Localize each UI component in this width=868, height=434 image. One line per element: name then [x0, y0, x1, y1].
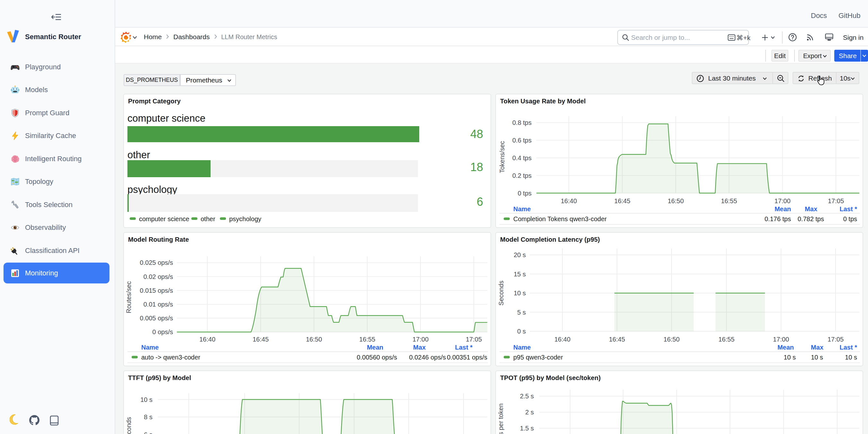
svg-text:0.6 tps: 0.6 tps	[512, 137, 532, 144]
svg-text:16:55: 16:55	[718, 336, 735, 343]
svg-text:17:05: 17:05	[828, 336, 844, 343]
svg-text:16:55: 16:55	[359, 336, 375, 343]
svg-text:Seconds: Seconds	[498, 281, 505, 306]
svg-text:2 s: 2 s	[525, 409, 534, 416]
svg-text:0.025 ops/s: 0.025 ops/s	[140, 259, 173, 266]
svg-text:Max: Max	[413, 344, 426, 351]
svg-text:0.0246 ops/s: 0.0246 ops/s	[409, 354, 446, 361]
svg-text:0.176 tps: 0.176 tps	[765, 215, 791, 222]
svg-text:Last *: Last *	[840, 344, 858, 351]
svg-text:16:40: 16:40	[554, 336, 570, 343]
svg-text:16:50: 16:50	[668, 197, 684, 205]
svg-text:16:45: 16:45	[253, 336, 269, 343]
svg-text:5 s: 5 s	[517, 309, 526, 316]
svg-text:0 s: 0 s	[517, 328, 526, 335]
svg-text:16:40: 16:40	[561, 197, 577, 205]
svg-text:Mean: Mean	[775, 206, 791, 213]
svg-text:0.005 ops/s: 0.005 ops/s	[140, 315, 173, 322]
svg-text:auto -> qwen3-coder: auto -> qwen3-coder	[141, 354, 200, 361]
svg-text:0.8 tps: 0.8 tps	[512, 119, 532, 126]
svg-text:p95 qwen3-coder: p95 qwen3-coder	[513, 354, 563, 361]
svg-text:Last *: Last *	[455, 344, 473, 351]
svg-text:Mean: Mean	[367, 344, 383, 351]
svg-text:0.782 tps: 0.782 tps	[798, 215, 824, 222]
svg-text:Name: Name	[513, 344, 531, 351]
svg-text:10 s: 10 s	[514, 289, 526, 297]
svg-text:16:50: 16:50	[306, 336, 322, 343]
svg-text:10 s: 10 s	[811, 354, 823, 361]
svg-text:16:50: 16:50	[663, 336, 680, 343]
svg-text:2.5 s: 2.5 s	[520, 393, 534, 400]
svg-text:0.01 ops/s: 0.01 ops/s	[144, 301, 173, 308]
svg-text:Max: Max	[805, 206, 817, 213]
svg-text:10 s: 10 s	[845, 354, 857, 361]
svg-text:0.00351 ops/s: 0.00351 ops/s	[447, 354, 487, 361]
svg-text:0.00560 ops/s: 0.00560 ops/s	[356, 354, 397, 361]
svg-text:16:45: 16:45	[614, 197, 630, 205]
svg-text:0.02 ops/s: 0.02 ops/s	[144, 273, 173, 280]
svg-text:Name: Name	[513, 206, 531, 213]
svg-text:17:05: 17:05	[466, 336, 482, 343]
svg-text:Tokens/sec: Tokens/sec	[498, 141, 505, 173]
svg-text:20 s: 20 s	[514, 251, 526, 258]
svg-text:16:40: 16:40	[199, 336, 215, 343]
svg-text:10 s: 10 s	[140, 396, 153, 403]
svg-text:Completion Tokens qwen3-coder: Completion Tokens qwen3-coder	[513, 215, 607, 222]
svg-text:15 s: 15 s	[514, 271, 526, 278]
svg-text:0 tps: 0 tps	[843, 215, 857, 222]
svg-text:Seconds per token: Seconds per token	[497, 403, 504, 434]
svg-text:0.4 tps: 0.4 tps	[512, 154, 532, 161]
svg-text:Last *: Last *	[840, 206, 858, 213]
svg-text:1.5 s: 1.5 s	[520, 425, 534, 432]
svg-text:0.015 ops/s: 0.015 ops/s	[140, 287, 173, 294]
svg-text:Routes/sec: Routes/sec	[125, 281, 132, 313]
svg-text:8 s: 8 s	[144, 413, 153, 421]
svg-text:10 s: 10 s	[783, 354, 796, 361]
svg-text:17:00: 17:00	[412, 336, 429, 343]
svg-text:Seconds: Seconds	[125, 417, 132, 434]
svg-text:17:05: 17:05	[828, 197, 844, 205]
svg-text:17:00: 17:00	[773, 336, 789, 343]
svg-text:6 s: 6 s	[144, 431, 153, 434]
svg-text:16:55: 16:55	[721, 197, 737, 205]
svg-text:Mean: Mean	[777, 344, 794, 351]
svg-text:Max: Max	[811, 344, 824, 351]
svg-text:0.2 tps: 0.2 tps	[512, 172, 532, 179]
svg-text:Name: Name	[141, 344, 159, 351]
svg-text:17:00: 17:00	[775, 197, 790, 205]
svg-text:16:45: 16:45	[609, 336, 625, 343]
svg-text:0 tps: 0 tps	[518, 190, 532, 197]
svg-text:0 ops/s: 0 ops/s	[153, 329, 173, 336]
